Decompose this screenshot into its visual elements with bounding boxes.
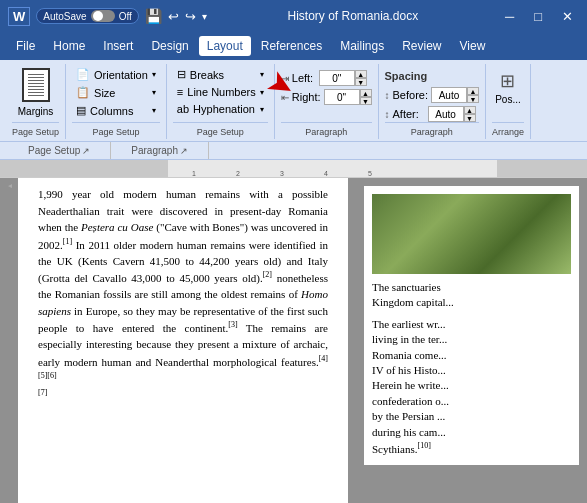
spacing-title: Spacing [385, 70, 479, 82]
spacing-after-spinner[interactable]: ▲ ▼ [464, 106, 476, 122]
side-caption1-text: The sanctuaries [372, 281, 441, 293]
indent-left-spinner[interactable]: ▲ ▼ [355, 70, 367, 86]
ruler-content-area [168, 160, 497, 177]
document-title: History of Romania.docx [288, 9, 419, 23]
title-bar: W AutoSave Off 💾 ↩ ↪ ▾ History of Romani… [0, 0, 587, 32]
autosave-toggle[interactable] [91, 10, 115, 22]
page-setup-expand-icon[interactable]: ↗ [82, 146, 90, 156]
position-label: Pos... [495, 94, 521, 105]
undo-icon[interactable]: ↩ [168, 9, 179, 24]
side-text9: Scythians. [372, 443, 418, 455]
indent-left-up[interactable]: ▲ [355, 70, 367, 78]
doc-sup1: [1] [63, 237, 72, 246]
menu-insert[interactable]: Insert [95, 36, 141, 56]
document-area: ▸ 1,990 year old modern human remains wi… [0, 178, 587, 503]
spacing-before-spinner[interactable]: ▲ ▼ [467, 87, 479, 103]
side-text6: confederation o... [372, 395, 449, 407]
doc-right-panel: The sanctuaries Kingdom capital... The e… [356, 178, 587, 503]
spacing-before-label: Before: [393, 89, 428, 101]
indent-right-up[interactable]: ▲ [360, 89, 372, 97]
page-setup-section-label: Page Setup [28, 145, 80, 156]
side-text8: during his cam... [372, 426, 446, 438]
spacing-before-row: ↕ Before: Auto ▲ ▼ [385, 87, 479, 103]
paragraph-section[interactable]: Paragraph ↗ [111, 142, 209, 159]
paragraph-label: Paragraph [281, 122, 372, 137]
menu-review[interactable]: Review [394, 36, 449, 56]
spacing-after-up[interactable]: ▲ [464, 106, 476, 114]
indent-left-icon: ⇥ [281, 73, 289, 84]
spacing-after-icon: ↕ [385, 109, 390, 120]
menu-mailings[interactable]: Mailings [332, 36, 392, 56]
indent-right-input[interactable]: 0" [324, 89, 360, 105]
ribbon-group-margins: Margins Page Setup [6, 64, 66, 139]
page-setup-label2: Page Setup [72, 122, 160, 137]
menu-references[interactable]: References [253, 36, 330, 56]
size-dropdown[interactable]: ▾ [152, 88, 156, 97]
indent-left-label: Left: [292, 72, 316, 84]
doc-sup2: [2] [263, 270, 272, 279]
columns-dropdown[interactable]: ▾ [152, 106, 156, 115]
close-icon[interactable]: ✕ [556, 7, 579, 26]
indent-left-down[interactable]: ▼ [355, 78, 367, 86]
margins-label: Margins [18, 106, 54, 117]
doc-italic1: Peștera cu Oase [81, 221, 153, 233]
spacing-after-down[interactable]: ▼ [464, 114, 476, 122]
indent-left-row: ⇥ Left: 0" ▲ ▼ [281, 70, 372, 86]
page-buttons: 📄 Orientation ▾ 📋 Size ▾ ▤ Columns ▾ [72, 66, 160, 122]
side-text7: by the Persian ... [372, 410, 445, 422]
side-text3: Romania come... [372, 349, 447, 361]
size-label: Size [94, 87, 115, 99]
menu-view[interactable]: View [452, 36, 494, 56]
breaks-icon: ⊟ [177, 68, 186, 81]
page-setup-label3: Page Setup [173, 122, 268, 137]
side-text5: Herein he write... [372, 379, 449, 391]
hyphenation-dropdown[interactable]: ▾ [260, 105, 264, 114]
paragraph-expand-section-icon[interactable]: ↗ [180, 146, 188, 156]
spacing-before-down[interactable]: ▼ [467, 95, 479, 103]
dropdown-icon[interactable]: ▾ [202, 11, 207, 22]
breaks-button[interactable]: ⊟ Breaks ▾ [173, 66, 268, 83]
toggle-off-label: Off [119, 11, 132, 22]
doc-sup3: [3] [228, 320, 237, 329]
menu-layout[interactable]: Layout [199, 36, 251, 56]
doc-left-margin: ▸ [0, 178, 18, 503]
hyphenation-icon: ab [177, 103, 189, 115]
ribbon-group-page: 📄 Orientation ▾ 📋 Size ▾ ▤ Columns ▾ Pag… [66, 64, 167, 139]
minimize-icon[interactable]: ─ [499, 7, 520, 26]
indent-right-spinner[interactable]: ▲ ▼ [360, 89, 372, 105]
ruler-left-margin [0, 160, 168, 177]
side-content: The sanctuaries Kingdom capital... The e… [364, 186, 579, 465]
columns-button[interactable]: ▤ Columns ▾ [72, 102, 160, 119]
menu-design[interactable]: Design [143, 36, 196, 56]
page-setup-section[interactable]: Page Setup ↗ [8, 142, 111, 159]
menu-home[interactable]: Home [45, 36, 93, 56]
menu-bar: File Home Insert Design Layout Reference… [0, 32, 587, 60]
maximize-icon[interactable]: □ [528, 7, 548, 26]
ruler-right-margin [497, 160, 587, 177]
hyphenation-label: Hyphenation [193, 103, 255, 115]
indent-right-icon: ⇤ [281, 92, 289, 103]
indent-right-down[interactable]: ▼ [360, 97, 372, 105]
menu-file[interactable]: File [8, 36, 43, 56]
indent-right-label: Right: [292, 91, 321, 103]
spacing-before-up[interactable]: ▲ [467, 87, 479, 95]
spacing-after-input[interactable]: Auto [428, 106, 464, 122]
margins-button[interactable]: Margins [14, 66, 58, 119]
paragraph-section-label: Paragraph [131, 145, 178, 156]
spacing-before-input[interactable]: Auto [431, 87, 467, 103]
document-page[interactable]: 1,990 year old modern human remains with… [18, 178, 348, 503]
linenumbers-dropdown[interactable]: ▾ [260, 88, 264, 97]
save-icon[interactable]: 💾 [145, 8, 162, 24]
word-logo: W [8, 7, 30, 26]
position-icon: ⊞ [500, 70, 515, 92]
orientation-button[interactable]: 📄 Orientation ▾ [72, 66, 160, 83]
indent-left-input[interactable]: 0" [319, 70, 355, 86]
side-caption2: Kingdom capital... [372, 295, 571, 310]
orientation-dropdown[interactable]: ▾ [152, 70, 156, 79]
breaks-buttons: ⊟ Breaks ▾ ≡ Line Numbers ▾ ab Hyphenati… [173, 66, 268, 122]
breaks-dropdown[interactable]: ▾ [260, 70, 264, 79]
size-button[interactable]: 📋 Size ▾ [72, 84, 160, 101]
redo-icon[interactable]: ↪ [185, 9, 196, 24]
hyphenation-button[interactable]: ab Hyphenation ▾ [173, 101, 268, 117]
linenumbers-button[interactable]: ≡ Line Numbers ▾ [173, 84, 268, 100]
